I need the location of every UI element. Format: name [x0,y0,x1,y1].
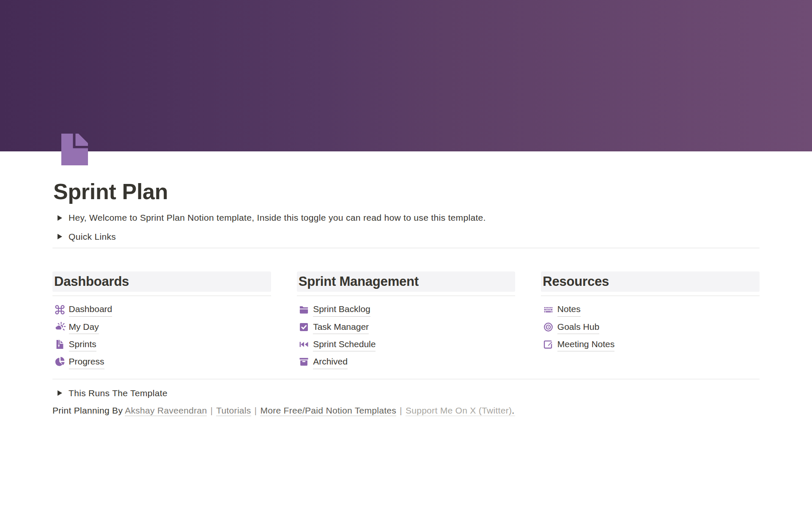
page-link-label[interactable]: Task Manager [313,320,369,334]
toggle-triangle-icon[interactable] [58,234,62,239]
credits-separator: | [210,406,213,415]
credits-suffix: . [512,406,514,415]
columns: Dashboards Dashboard [52,271,760,370]
column-heading: Sprint Management [297,271,516,292]
divider [52,296,271,296]
page-link-goals-hub[interactable]: Goals Hub [541,318,760,336]
page-link-progress[interactable]: Progress [52,353,271,370]
toggle-triangle-icon[interactable] [58,215,62,221]
sun-behind-cloud-icon [55,323,64,332]
toggle-this-runs-the-template[interactable]: This Runs The Template [52,386,760,400]
page-link-task-manager[interactable]: Task Manager [297,318,516,336]
keyboard-icon [544,305,553,314]
page-link-label[interactable]: Sprint Schedule [313,337,376,352]
page-link-label[interactable]: Sprint Backlog [313,302,370,317]
divider [52,379,760,379]
page-link-label[interactable]: Archived [313,355,348,369]
page-link-meeting-notes[interactable]: Meeting Notes [541,336,760,353]
checkbox-icon [299,323,308,332]
page-link-label[interactable]: Notes [557,302,581,317]
credits-link-tutorials[interactable]: Tutorials [216,406,251,416]
credits-separator: | [400,406,402,415]
pie-chart-icon [55,357,64,366]
page-link-sprint-schedule[interactable]: Sprint Schedule [297,336,516,353]
toggle-bottom-label[interactable]: This Runs The Template [69,386,167,400]
page-cover [0,0,812,151]
page-link-sprints[interactable]: Sprints [52,336,271,353]
toggle-welcome-label[interactable]: Hey, Welcome to Sprint Plan Notion templ… [69,211,486,225]
page-icon document-icon[interactable] [61,134,88,165]
page-link-label[interactable]: Goals Hub [557,320,599,334]
page-link-sprint-backlog[interactable]: Sprint Backlog [297,301,516,318]
page-link-label[interactable]: My Day [69,320,99,334]
toggle-quick-links-label[interactable]: Quick Links [69,230,116,244]
credits-line: Print Planning By Akshay Raveendran|Tuto… [52,404,760,417]
page-link-my-day[interactable]: My Day [52,318,271,336]
command-icon [55,305,64,314]
page-link-label[interactable]: Sprints [69,337,96,352]
toggle-quick-links[interactable]: Quick Links [52,230,760,244]
credits-link-author[interactable]: Akshay Raveendran [125,406,207,416]
column-heading: Dashboards [52,271,271,292]
folder-icon [299,305,308,314]
target-icon [544,323,553,332]
column-sprint-management: Sprint Management Sprint Backlog Task Ma… [297,271,516,370]
notion-page: Sprint Plan Hey, Welcome to Sprint Plan … [52,151,760,417]
credits-separator: | [255,406,257,415]
page-link-label[interactable]: Progress [69,355,104,369]
divider [297,296,516,296]
toggle-welcome[interactable]: Hey, Welcome to Sprint Plan Notion templ… [52,211,760,225]
column-heading: Resources [541,271,760,292]
column-dashboards: Dashboards Dashboard [52,271,271,370]
page-link-label[interactable]: Dashboard [69,302,112,317]
credits-link-twitter[interactable]: Support Me On X (Twitter) [406,406,515,416]
rewind-icon [299,340,308,349]
toggle-triangle-icon[interactable] [58,390,62,396]
credits-prefix: Print Planning By [52,406,125,415]
page-title[interactable]: Sprint Plan [53,178,760,205]
divider [52,248,760,248]
document-zip-icon [55,340,64,349]
credits-link-templates[interactable]: More Free/Paid Notion Templates [260,406,396,416]
page-link-notes[interactable]: Notes [541,301,760,318]
pencil-square-icon [544,340,553,349]
archive-box-icon [299,357,308,366]
divider [541,296,760,296]
column-resources: Resources [541,271,760,370]
page-link-label[interactable]: Meeting Notes [557,337,614,352]
page-link-dashboard[interactable]: Dashboard [52,301,271,318]
page-link-archived[interactable]: Archived [297,353,516,370]
